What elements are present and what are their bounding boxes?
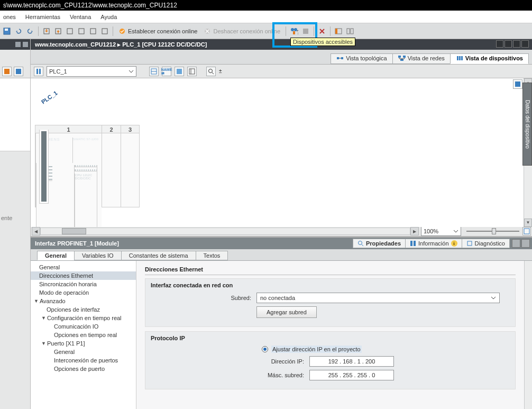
slot-header: 3 bbox=[121, 125, 140, 133]
tree-port-general[interactable]: General bbox=[45, 348, 136, 356]
tree-general[interactable]: General bbox=[31, 263, 136, 271]
tree-port-interconn[interactable]: Interconexión de puertos bbox=[45, 356, 136, 365]
svg-rect-16 bbox=[335, 29, 337, 34]
device-module-icon[interactable] bbox=[34, 67, 43, 76]
rail-btn[interactable] bbox=[2, 67, 12, 76]
plc-selector[interactable]: PLC_1 bbox=[47, 66, 136, 77]
toolbar-icon[interactable]: NAME⇄ bbox=[162, 67, 171, 76]
svg-rect-35 bbox=[189, 69, 195, 74]
tab-network[interactable]: Vista de redes bbox=[392, 53, 451, 64]
tree-advanced[interactable]: ▼Avanzado bbox=[31, 297, 136, 305]
menu-help[interactable]: Ayuda bbox=[100, 14, 117, 20]
maximize-icon[interactable] bbox=[505, 40, 512, 48]
scroll-right-icon[interactable]: ▶ bbox=[410, 227, 419, 235]
network-icon bbox=[398, 56, 406, 61]
svg-rect-7 bbox=[102, 29, 107, 34]
device-canvas[interactable]: PLC_1 1 2 3 SIEMENS SIMATIC S7-1200 bbox=[31, 78, 524, 227]
empty-slot[interactable] bbox=[102, 133, 121, 207]
tree-rt-config[interactable]: ▼Configuración en tiempo real bbox=[38, 314, 136, 322]
rail-btn[interactable] bbox=[14, 67, 23, 76]
empty-slot[interactable] bbox=[121, 133, 140, 207]
tooltip: Dispositivos accesibles bbox=[290, 38, 355, 46]
tree-sync[interactable]: Sincronización horaria bbox=[31, 280, 136, 288]
zoom-icon[interactable] bbox=[206, 67, 216, 76]
cancel-icon[interactable] bbox=[317, 26, 327, 36]
detail-scrollbar[interactable] bbox=[524, 261, 532, 410]
tree-rt-opt[interactable]: Opciones en tiempo real bbox=[45, 331, 136, 339]
svg-point-37 bbox=[209, 69, 213, 72]
canvas-corner-icon[interactable] bbox=[513, 79, 522, 89]
info-badge-icon: i bbox=[451, 240, 457, 247]
toolbar-icon[interactable] bbox=[149, 67, 159, 76]
tree-port-options[interactable]: Opciones de puerto bbox=[45, 365, 136, 373]
panel-btn[interactable] bbox=[521, 239, 530, 248]
horizontal-scrollbar[interactable] bbox=[40, 228, 410, 235]
add-subnet-button[interactable]: Agregar subred bbox=[256, 306, 317, 318]
breadcrumb[interactable]: www.tecnoplc.com_CPU1212 ▸ PLC_1 [CPU 12… bbox=[35, 41, 207, 48]
cpu-module[interactable]: SIEMENS SIMATIC S7-1200 CPU 1212C DC/DC/… bbox=[35, 133, 102, 207]
download-icon[interactable] bbox=[42, 26, 51, 36]
nav-icon[interactable] bbox=[23, 42, 28, 47]
layout-icon[interactable] bbox=[334, 26, 343, 36]
tab-properties[interactable]: Propiedades bbox=[353, 239, 406, 248]
tree-port[interactable]: ▼Puerto [X1 P1] bbox=[38, 339, 136, 348]
redo-icon[interactable] bbox=[25, 26, 35, 36]
menu-config[interactable]: ones bbox=[3, 14, 16, 20]
zoom-pm-icon[interactable]: ± bbox=[219, 68, 222, 74]
tool-icon[interactable] bbox=[100, 26, 109, 36]
svg-rect-27 bbox=[457, 56, 458, 60]
scroll-left-icon[interactable]: ◀ bbox=[32, 227, 40, 235]
menu-window[interactable]: Ventana bbox=[70, 14, 91, 20]
undo-icon[interactable] bbox=[14, 26, 23, 36]
subtab-vario[interactable]: Variables IO bbox=[74, 251, 122, 260]
accessible-devices-icon[interactable]: ? bbox=[289, 26, 299, 36]
tool-icon[interactable] bbox=[88, 26, 98, 36]
slot-header: 2 bbox=[102, 125, 121, 133]
minimize-icon[interactable] bbox=[496, 40, 503, 48]
subtab-text[interactable]: Textos bbox=[196, 251, 228, 260]
tool-icon[interactable] bbox=[301, 26, 310, 36]
upload-icon[interactable] bbox=[53, 26, 63, 36]
nav-icon[interactable] bbox=[15, 42, 21, 47]
tree-ethernet[interactable]: Direcciones Ethernet bbox=[31, 271, 136, 280]
svg-rect-22 bbox=[341, 57, 343, 59]
tab-topology[interactable]: Vista topológica bbox=[331, 53, 392, 64]
close-icon[interactable] bbox=[521, 40, 529, 48]
zoom-slider[interactable] bbox=[466, 231, 519, 232]
zoom-select[interactable]: 100% bbox=[421, 226, 461, 236]
scroll-down-icon[interactable]: ▼ bbox=[524, 219, 532, 227]
layout-icon[interactable] bbox=[345, 26, 355, 36]
menu-tools[interactable]: Herramientas bbox=[25, 14, 60, 20]
toolbar-icon[interactable] bbox=[187, 67, 197, 76]
subnet-select[interactable]: no conectada bbox=[256, 293, 500, 303]
panel-btn[interactable] bbox=[512, 239, 520, 248]
fit-icon[interactable] bbox=[522, 227, 531, 235]
svg-rect-17 bbox=[347, 29, 350, 34]
tab-information[interactable]: Información i bbox=[405, 239, 462, 248]
ip-address-input[interactable]: 192 . 168 . 1 . 200 bbox=[309, 356, 394, 367]
chevron-down-icon bbox=[129, 69, 134, 74]
scroll-thumb[interactable] bbox=[62, 228, 86, 234]
tool-icon[interactable] bbox=[65, 26, 75, 36]
go-online-button[interactable]: Establecer conexión online bbox=[116, 28, 199, 35]
side-rail-device-data[interactable]: Datos del dispositivo bbox=[522, 83, 532, 166]
toolbar-icon[interactable] bbox=[175, 67, 184, 76]
svg-rect-24 bbox=[398, 56, 401, 58]
subnet-mask-input[interactable]: 255 . 255 . 255 . 0 bbox=[309, 370, 394, 380]
save-all-icon[interactable] bbox=[2, 26, 12, 36]
tool-icon[interactable] bbox=[77, 26, 86, 36]
ethernet-port[interactable] bbox=[39, 130, 49, 204]
tab-device[interactable]: Vista de dispositivos bbox=[450, 53, 529, 64]
tab-diagnostics[interactable]: Diagnóstico bbox=[462, 239, 510, 248]
subtab-general[interactable]: General bbox=[37, 251, 75, 260]
tree-comm-io[interactable]: Comunicación IO bbox=[45, 322, 136, 331]
tree-if-options[interactable]: Opciones de interfaz bbox=[38, 305, 136, 314]
subsection-protocol: Protocolo IP bbox=[151, 335, 510, 341]
svg-rect-30 bbox=[36, 69, 38, 74]
subtab-const[interactable]: Constantes de sistema bbox=[121, 251, 196, 260]
restore-icon[interactable] bbox=[513, 40, 520, 48]
radio-set-ip[interactable] bbox=[262, 346, 268, 352]
canvas-status-bar: ◀ ▶ 100% bbox=[31, 227, 532, 237]
tree-mode[interactable]: Modo de operación bbox=[31, 288, 136, 297]
svg-rect-44 bbox=[414, 241, 416, 246]
